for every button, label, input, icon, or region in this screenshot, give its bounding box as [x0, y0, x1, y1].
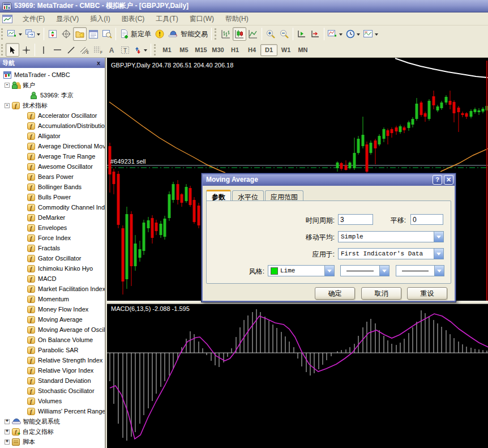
- line-chart-button[interactable]: [246, 27, 260, 41]
- line-width-select[interactable]: [396, 265, 444, 276]
- expert-advisors-button[interactable]: 智能交易: [166, 27, 209, 41]
- text-button[interactable]: A: [105, 43, 118, 57]
- bar-chart-button[interactable]: [219, 27, 233, 41]
- strategy-tester-button[interactable]: [100, 27, 114, 41]
- periods-button[interactable]: [344, 27, 362, 41]
- crosshair-button[interactable]: [19, 43, 33, 57]
- navigator-button[interactable]: [73, 27, 87, 41]
- zoom-in-button[interactable]: [264, 27, 277, 41]
- expand-box[interactable]: +: [5, 440, 10, 445]
- text-label-button[interactable]: T: [118, 43, 132, 57]
- indicators-button[interactable]: [326, 27, 344, 41]
- menu-item[interactable]: 工具(T): [150, 12, 183, 25]
- new-chart-button[interactable]: [6, 27, 24, 41]
- indicator-item[interactable]: f Relative Strength Index: [0, 355, 105, 365]
- indicator-item[interactable]: f Awesome Oscillator: [0, 161, 105, 172]
- cancel-button[interactable]: 取消: [361, 287, 401, 300]
- indicator-item[interactable]: f Bulls Power: [0, 192, 105, 202]
- menu-item[interactable]: 帮助(H): [220, 12, 254, 25]
- collapse-box[interactable]: -: [5, 83, 10, 88]
- timeframe-d1-button[interactable]: D1: [260, 44, 277, 56]
- fibonacci-button[interactable]: F: [91, 43, 105, 57]
- menu-item[interactable]: 窗口(W): [184, 12, 220, 25]
- indicator-item[interactable]: f Force Index: [0, 233, 105, 243]
- combo-arrow-icon[interactable]: [324, 266, 334, 276]
- profiles-button[interactable]: [24, 27, 42, 41]
- toolbar-grip[interactable]: [1, 28, 4, 40]
- new-order-button[interactable]: 新定单: [118, 27, 153, 41]
- indicator-item[interactable]: f Accumulation/Distribution: [0, 121, 105, 131]
- indicator-item[interactable]: f Stochastic Oscillator: [0, 386, 105, 396]
- terminal-button[interactable]: [87, 27, 100, 41]
- expand-box[interactable]: +: [5, 419, 10, 424]
- market-watch-button[interactable]: [46, 27, 59, 41]
- expand-box[interactable]: +: [5, 429, 10, 434]
- chart-menu-icon[interactable]: [2, 15, 12, 23]
- combo-arrow-icon[interactable]: [434, 266, 444, 276]
- close-navigator-button[interactable]: x: [95, 59, 102, 66]
- tree-indicators-item[interactable]: - f 技术指标: [0, 100, 105, 110]
- color-select[interactable]: Lime: [268, 265, 335, 276]
- toolbar-grip[interactable]: [215, 28, 217, 40]
- indicator-item[interactable]: f Relative Vigor Index: [0, 365, 105, 376]
- timeframe-w1-button[interactable]: W1: [277, 44, 294, 56]
- indicator-item[interactable]: f Standard Deviation: [0, 376, 105, 386]
- menu-item[interactable]: 文件(F): [17, 12, 50, 25]
- menu-item[interactable]: 显示(V): [50, 12, 84, 25]
- dialog-close-button[interactable]: ✕: [444, 175, 453, 185]
- dialog-title-bar[interactable]: Moving Average ? ✕: [202, 173, 456, 186]
- indicator-item[interactable]: f Ichimoku Kinko Hyo: [0, 263, 105, 274]
- trendline-button[interactable]: [64, 43, 78, 57]
- timeframe-m1-button[interactable]: M1: [159, 44, 175, 56]
- toolbar-grip[interactable]: [154, 44, 157, 56]
- chart-shift-button[interactable]: [309, 27, 322, 41]
- data-window-button[interactable]: [59, 27, 73, 41]
- indicator-item[interactable]: f Envelopes: [0, 223, 105, 233]
- tree-root-item[interactable]: MetaTrader - CMBC: [0, 70, 105, 80]
- cursor-button[interactable]: [6, 43, 19, 57]
- tree-accounts-item[interactable]: - 账户: [0, 80, 105, 90]
- collapse-box[interactable]: -: [5, 103, 10, 108]
- shift-input[interactable]: [410, 214, 443, 225]
- indicator-item[interactable]: f Bollinger Bands: [0, 182, 105, 192]
- dialog-help-button[interactable]: ?: [433, 175, 442, 185]
- combo-arrow-icon[interactable]: [434, 249, 443, 259]
- line-style-select[interactable]: [340, 265, 389, 276]
- arrows-button[interactable]: [132, 43, 149, 57]
- timeframe-h4-button[interactable]: H4: [243, 44, 260, 56]
- combo-arrow-icon[interactable]: [434, 232, 443, 242]
- navigator-header[interactable]: 导航 x: [0, 58, 105, 68]
- indicator-item[interactable]: f Gator Oscillator: [0, 253, 105, 263]
- ok-button[interactable]: 确定: [315, 287, 355, 300]
- timeframe-m5-button[interactable]: M5: [175, 44, 192, 56]
- indicator-item[interactable]: f Average True Range: [0, 151, 105, 161]
- indicator-item[interactable]: f Accelerator Oscillator: [0, 110, 105, 121]
- ma-method-select[interactable]: Simple: [338, 231, 444, 242]
- indicator-item[interactable]: f Average Directional Movement: [0, 141, 105, 151]
- candlestick-chart-button[interactable]: [233, 27, 246, 41]
- tree-account-item[interactable]: 53969: 李京: [0, 90, 105, 100]
- indicator-item[interactable]: f Fractals: [0, 243, 105, 253]
- indicator-item[interactable]: f Alligator: [0, 131, 105, 141]
- menu-item[interactable]: 图表(C): [116, 12, 151, 25]
- timeframe-h1-button[interactable]: H1: [226, 44, 243, 56]
- vertical-line-button[interactable]: [37, 43, 50, 57]
- toolbar-grip[interactable]: [1, 44, 4, 56]
- indicator-item[interactable]: f Volumes: [0, 396, 105, 406]
- tree-experts-item[interactable]: + 智能交易系统: [0, 416, 105, 426]
- equidistant-channel-button[interactable]: E: [78, 43, 91, 57]
- menu-item[interactable]: 插入(I): [84, 12, 115, 25]
- indicator-item[interactable]: f MACD: [0, 274, 105, 284]
- indicator-item[interactable]: f Bears Power: [0, 172, 105, 182]
- indicator-item[interactable]: f Moving Average of Oscillator: [0, 325, 105, 335]
- zoom-out-button[interactable]: [277, 27, 291, 41]
- tree-custom-indicators-item[interactable]: + f 自定义指标: [0, 426, 105, 437]
- indicator-item[interactable]: f Parabolic SAR: [0, 345, 105, 355]
- combo-arrow-icon[interactable]: [379, 266, 389, 276]
- auto-scroll-button[interactable]: [295, 27, 309, 41]
- indicator-item[interactable]: f Williams' Percent Range: [0, 406, 105, 416]
- indicator-item[interactable]: f Market Facilitation Index: [0, 284, 105, 294]
- metaeditor-button[interactable]: !: [153, 27, 166, 41]
- indicator-item[interactable]: f DeMarker: [0, 212, 105, 223]
- indicator-item[interactable]: f Moving Average: [0, 314, 105, 325]
